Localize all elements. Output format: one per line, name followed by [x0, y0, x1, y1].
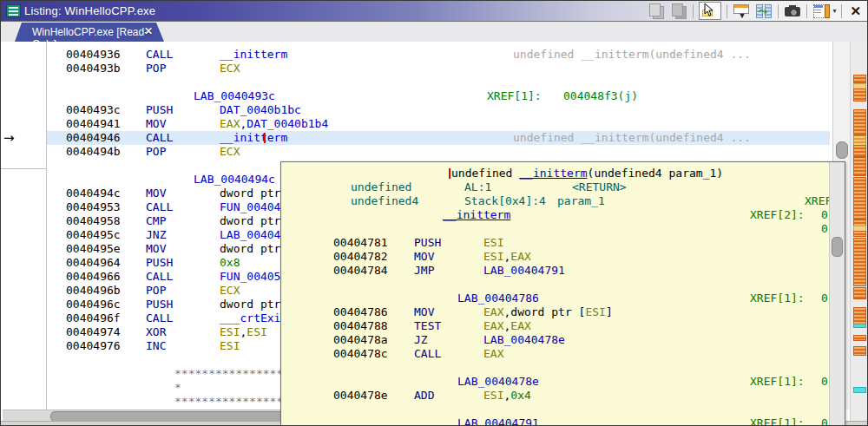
token[interactable]: EAX: [483, 347, 503, 360]
token[interactable]: EAX: [483, 347, 503, 361]
token[interactable]: 0x8: [220, 256, 240, 269]
token[interactable]: __initterm: [220, 48, 287, 62]
token[interactable]: param_1: [557, 194, 605, 208]
token[interactable]: LAB_004049: [220, 228, 287, 241]
token[interactable]: 0: [821, 416, 828, 426]
popup-row[interactable]: undefined __initterm(undefined4 param_1): [281, 167, 845, 180]
token[interactable]: 00404966: [66, 270, 121, 284]
token[interactable]: FUN_004059: [220, 270, 287, 284]
token[interactable]: EAX: [483, 319, 503, 332]
token[interactable]: XREF[1]:: [750, 292, 805, 305]
popup-row[interactable]: undefined4Stack[0x4]:4param_1XREF: [281, 194, 845, 208]
token[interactable]: ECX: [220, 62, 240, 75]
token[interactable]: FUN_004059: [220, 270, 287, 283]
token[interactable]: dword ptr: [220, 242, 287, 255]
token[interactable]: MOV: [414, 250, 434, 264]
token[interactable]: 0: [821, 208, 828, 222]
token[interactable]: 00404953: [66, 200, 121, 214]
popup-row[interactable]: 0: [281, 222, 845, 236]
token[interactable]: PUSH: [146, 103, 173, 117]
token[interactable]: dword ptr: [220, 298, 287, 311]
token[interactable]: 00404936: [66, 48, 121, 62]
token[interactable]: JNZ: [146, 228, 166, 242]
token[interactable]: XREF[1]:: [750, 375, 805, 389]
token[interactable]: 0x4: [510, 389, 530, 402]
token[interactable]: 00404976: [66, 339, 121, 353]
token[interactable]: EAX: [220, 117, 240, 130]
listing-row[interactable]: 00404936CALL__inittermundefined __initte…: [1, 48, 867, 62]
token[interactable]: EAX: [510, 319, 530, 332]
listing-row[interactable]: 0040493cPUSHDAT_0040b1bc: [1, 103, 867, 117]
token[interactable]: EAX,dword ptr [ESI]: [483, 305, 613, 319]
token[interactable]: 0040493c: [66, 103, 121, 117]
listing-row[interactable]: 00404946CALL__inittermundefined __initte…: [47, 131, 830, 145]
token[interactable]: undefined __initterm(undefined4 ...: [513, 48, 751, 62]
token[interactable]: undefined __initterm(undefined4 ...: [513, 131, 751, 145]
token[interactable]: ESI: [220, 339, 240, 352]
token[interactable]: LAB_0040478e: [457, 375, 539, 389]
token[interactable]: DAT_0040b1b4: [247, 117, 328, 130]
popup-row[interactable]: 00404788TESTEAX,EAX: [281, 319, 845, 333]
token[interactable]: CALL: [146, 131, 173, 145]
token[interactable]: CALL: [146, 270, 173, 284]
token[interactable]: ESI: [483, 250, 503, 263]
token[interactable]: 0040495c: [66, 228, 121, 242]
token[interactable]: MOV: [146, 187, 166, 200]
token[interactable]: 00404782: [333, 250, 388, 264]
token[interactable]: ESI,0x4: [483, 389, 531, 403]
navigation-marker[interactable]: [853, 387, 866, 393]
token[interactable]: __initterm: [443, 208, 510, 221]
token[interactable]: (undefined4 param_1): [588, 167, 724, 180]
token[interactable]: Stack[0x4]:4: [464, 194, 546, 208]
token[interactable]: ESI: [220, 339, 240, 353]
token[interactable]: 0040494b: [66, 145, 121, 159]
listing-row[interactable]: 0040494bPOPECX: [1, 145, 867, 159]
token[interactable]: LAB_004049: [220, 228, 287, 242]
token[interactable]: PUSH: [146, 256, 173, 270]
popup-row[interactable]: __inittermXREF[2]:0: [281, 208, 845, 222]
token[interactable]: dword ptr: [220, 298, 287, 311]
token[interactable]: __initterm: [220, 48, 287, 61]
token[interactable]: 0: [821, 292, 828, 305]
listing-row[interactable]: 00404941MOVEAX,DAT_0040b1b4: [1, 117, 867, 131]
token[interactable]: DAT_0040b1bc: [220, 103, 301, 117]
token[interactable]: XREF[1]:: [487, 89, 542, 103]
navigation-marker[interactable]: [853, 88, 866, 102]
popup-scrollbar-thumb[interactable]: [832, 237, 843, 257]
token[interactable]: 0040478a: [333, 333, 388, 347]
token[interactable]: LAB_00404791: [457, 416, 539, 426]
token[interactable]: __initterm: [220, 131, 287, 145]
navigation-marker[interactable]: [853, 335, 866, 341]
token[interactable]: 0040496b: [66, 284, 121, 298]
token[interactable]: POP: [146, 284, 166, 298]
token[interactable]: XREF: [805, 194, 832, 208]
token[interactable]: INC: [146, 339, 166, 353]
navigation-marker[interactable]: [853, 157, 866, 176]
token[interactable]: ECX: [220, 284, 240, 297]
token[interactable]: CMP: [146, 214, 166, 228]
token[interactable]: *: [174, 381, 181, 395]
token[interactable]: <RETURN>: [572, 180, 627, 194]
token[interactable]: ___crtExit: [220, 311, 287, 324]
token[interactable]: PUSH: [146, 298, 173, 311]
popup-row[interactable]: 00404786MOVEAX,dword ptr [ESI]: [281, 305, 845, 319]
token[interactable]: LAB_0040478e: [483, 333, 565, 347]
navigation-marker[interactable]: [853, 145, 866, 157]
token[interactable]: XREF[1]:: [750, 416, 805, 426]
popup-row[interactable]: undefinedAL:1<RETURN>: [281, 180, 845, 194]
token[interactable]: CALL: [414, 347, 441, 361]
token[interactable]: EAX: [483, 305, 503, 318]
navigation-marker[interactable]: [853, 231, 866, 237]
token[interactable]: MOV: [146, 242, 166, 256]
token[interactable]: ECX: [220, 62, 240, 75]
popup-row[interactable]: 00404784JMPLAB_00404791: [281, 264, 845, 278]
token[interactable]: 00404784: [333, 264, 388, 278]
navigation-marker[interactable]: [853, 346, 866, 356]
token[interactable]: ECX: [220, 145, 240, 158]
token[interactable]: XOR: [146, 325, 166, 339]
navigation-marker[interactable]: [853, 307, 866, 325]
token[interactable]: undefined: [351, 180, 411, 194]
token[interactable]: __initterm: [443, 208, 510, 222]
token[interactable]: dword ptr: [220, 242, 287, 256]
popup-row[interactable]: 0040478eADDESI,0x4: [281, 389, 845, 403]
